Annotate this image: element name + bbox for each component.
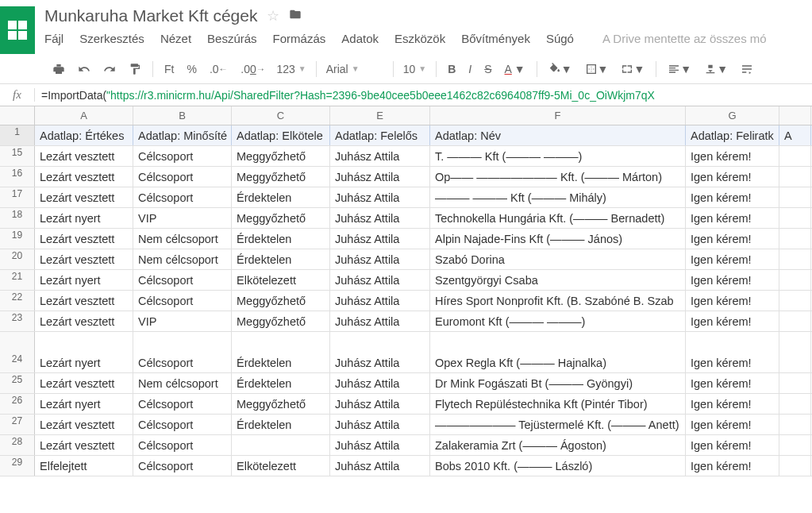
cell[interactable]: Szentgyörgyi Csaba [430, 270, 686, 290]
cell[interactable]: Nem célcsoport [133, 229, 232, 249]
cell[interactable]: Adatlap: Felelős [330, 125, 430, 145]
star-icon[interactable]: ☆ [267, 7, 279, 25]
cell[interactable]: Juhász Attila [330, 208, 430, 228]
cell[interactable]: Elkötelezett [232, 456, 330, 476]
cell[interactable]: Juhász Attila [330, 435, 430, 455]
cell[interactable]: Lezárt vesztett [35, 229, 133, 249]
menu-tools[interactable]: Eszközök [394, 32, 445, 45]
col-header-A[interactable]: A [35, 106, 133, 125]
fill-color-button[interactable]: ▼ [544, 60, 577, 79]
italic-button[interactable]: I [464, 60, 476, 79]
cell[interactable]: VIP [133, 311, 232, 331]
cell[interactable]: Érdektelen [232, 187, 330, 207]
increase-decimal-button[interactable]: .00→ [236, 60, 270, 79]
col-header-B[interactable]: B [133, 106, 232, 125]
cell[interactable]: Célcsoport [133, 167, 232, 187]
cell[interactable]: Igen kérem! [686, 332, 779, 372]
cell[interactable]: Lezárt vesztett [35, 167, 133, 187]
cell[interactable]: Meggyőzhető [232, 311, 330, 331]
cell[interactable]: Célcsoport [133, 270, 232, 290]
cell[interactable]: Érdektelen [232, 229, 330, 249]
cell[interactable]: Juhász Attila [330, 270, 430, 290]
menu-format[interactable]: Formázás [273, 32, 326, 45]
cell[interactable]: Célcsoport [133, 456, 232, 476]
redo-icon[interactable] [98, 60, 121, 79]
folder-icon[interactable] [289, 8, 302, 25]
cell[interactable]: Célcsoport [133, 187, 232, 207]
cell[interactable]: Lezárt vesztett [35, 146, 133, 166]
text-wrap-button[interactable] [736, 60, 758, 79]
cell[interactable]: Lezárt vesztett [35, 373, 133, 393]
cell[interactable]: A [779, 125, 811, 145]
cell[interactable]: Érdektelen [232, 373, 330, 393]
cell[interactable]: ——— ——— Kft (——— Mihály) [430, 187, 686, 207]
cell[interactable] [779, 435, 811, 455]
menu-view[interactable]: Nézet [160, 32, 191, 45]
cell[interactable]: Nem célcsoport [133, 249, 232, 269]
cell[interactable] [779, 146, 811, 166]
strikethrough-button[interactable]: S [479, 60, 496, 79]
cell[interactable]: Lezárt nyert [35, 332, 133, 372]
cell[interactable]: Juhász Attila [330, 332, 430, 372]
cell[interactable] [779, 270, 811, 290]
cell[interactable]: Juhász Attila [330, 249, 430, 269]
cell[interactable] [779, 208, 811, 228]
cell[interactable]: Célcsoport [133, 146, 232, 166]
horizontal-align-button[interactable]: ▼ [663, 60, 696, 79]
cell[interactable] [779, 332, 811, 372]
cell[interactable]: Igen kérem! [686, 187, 779, 207]
font-size-select[interactable]: 10▼ [400, 61, 429, 77]
cell[interactable]: Célcsoport [133, 415, 232, 434]
cell[interactable]: Juhász Attila [330, 311, 430, 331]
cell[interactable]: Lezárt nyert [35, 270, 133, 290]
cell[interactable]: Célcsoport [133, 291, 232, 310]
cell[interactable]: Juhász Attila [330, 167, 430, 187]
cell[interactable]: Technokella Hungária Kft. (——— Bernadett… [430, 208, 686, 228]
cell[interactable] [779, 187, 811, 207]
cell[interactable]: Meggyőzhető [232, 167, 330, 187]
cell[interactable]: Nem célcsoport [133, 373, 232, 393]
cell[interactable]: ——————— Tejüstermelé Kft. (——— Anett) [430, 415, 686, 434]
cell[interactable]: Dr Mink Fogászati Bt (——— Gyöngyi) [430, 373, 686, 393]
cell[interactable]: Adatlap: Név [430, 125, 686, 145]
cell[interactable]: Igen kérem! [686, 146, 779, 166]
menu-file[interactable]: Fájl [44, 32, 63, 45]
cell[interactable]: Igen kérem! [686, 311, 779, 331]
cell[interactable]: Juhász Attila [330, 229, 430, 249]
menu-addons[interactable]: Bővítmények [461, 32, 530, 45]
col-header-G[interactable]: G [686, 106, 779, 125]
row-header[interactable]: 23 [0, 311, 35, 331]
cell[interactable]: Lezárt vesztett [35, 291, 133, 310]
cell[interactable]: Lezárt nyert [35, 394, 133, 414]
cell[interactable]: Zalakeramia Zrt (——— Ágoston) [430, 435, 686, 455]
cell[interactable] [779, 373, 811, 393]
decrease-decimal-button[interactable]: .0← [205, 60, 233, 79]
cell[interactable]: Juhász Attila [330, 373, 430, 393]
cell[interactable] [779, 249, 811, 269]
cell[interactable]: Igen kérem! [686, 208, 779, 228]
cell[interactable] [779, 167, 811, 187]
cell[interactable]: Opex Regla Kft (——— Hajnalka) [430, 332, 686, 372]
cell[interactable]: Érdektelen [232, 249, 330, 269]
col-header-C[interactable]: C [232, 106, 330, 125]
cell[interactable]: Igen kérem! [686, 229, 779, 249]
cell[interactable]: Lezárt vesztett [35, 311, 133, 331]
cell[interactable] [779, 291, 811, 310]
cell[interactable]: Juhász Attila [330, 456, 430, 476]
cell[interactable]: Igen kérem! [686, 435, 779, 455]
cell[interactable]: Juhász Attila [330, 187, 430, 207]
cell[interactable]: Híres Sport Nonprofit Kft. (B. Szabóné B… [430, 291, 686, 310]
menu-insert[interactable]: Beszúrás [207, 32, 257, 45]
number-format-select[interactable]: 123▼ [273, 61, 309, 77]
text-color-button[interactable]: A▼ [500, 60, 530, 79]
cell[interactable]: Igen kérem! [686, 456, 779, 476]
cell[interactable]: Igen kérem! [686, 167, 779, 187]
print-icon[interactable] [48, 60, 70, 79]
menu-edit[interactable]: Szerkesztés [79, 32, 144, 45]
cell[interactable]: Lezárt vesztett [35, 249, 133, 269]
cell[interactable]: Lezárt vesztett [35, 415, 133, 434]
cell[interactable]: Célcsoport [133, 332, 232, 372]
cell[interactable]: Juhász Attila [330, 415, 430, 434]
col-header-H[interactable] [779, 106, 811, 125]
cell[interactable]: Meggyőzhető [232, 394, 330, 414]
